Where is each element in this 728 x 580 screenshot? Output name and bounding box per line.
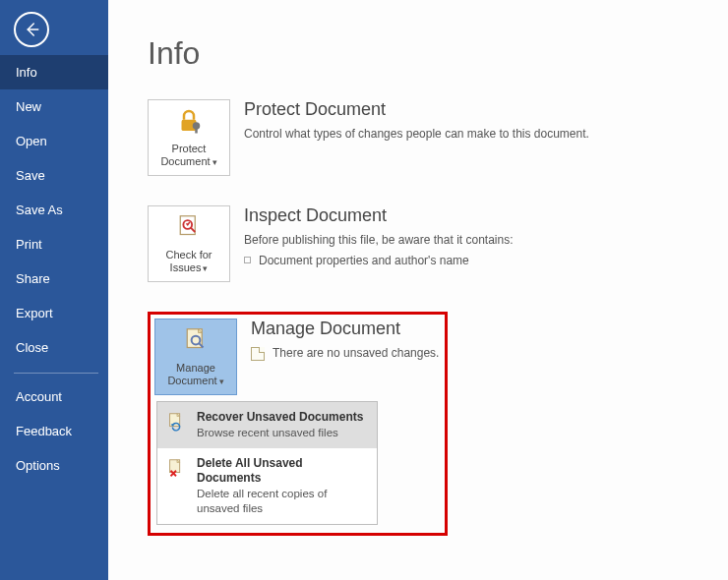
manage-status-row: There are no unsaved changes. — [251, 345, 441, 362]
sidebar-item-label: Account — [16, 389, 62, 404]
back-button[interactable] — [14, 12, 49, 47]
sidebar-item-label: Info — [16, 65, 37, 80]
sidebar: Info New Open Save Save As Print Share E… — [0, 0, 108, 580]
inspect-bullet-row: Document properties and author's name — [244, 253, 693, 269]
section-text-inspect-intro: Before publishing this file, be aware th… — [244, 232, 693, 249]
sidebar-item-label: Close — [16, 340, 48, 355]
tile-label: Protect Document — [160, 143, 210, 168]
section-protect: Protect Document▾ Protect Document Contr… — [148, 99, 693, 176]
menu-item-delete-unsaved[interactable]: Delete All Unsaved Documents Delete all … — [157, 448, 377, 524]
sidebar-item-label: Save As — [16, 203, 63, 217]
document-search-icon — [181, 319, 211, 362]
chevron-down-icon: ▾ — [212, 157, 217, 167]
main-panel: Info Protect Document▾ Protect Document … — [108, 0, 728, 580]
document-icon — [251, 347, 265, 361]
sidebar-item-share[interactable]: Share — [0, 261, 108, 296]
sidebar-item-save-as[interactable]: Save As — [0, 193, 108, 227]
sidebar-item-label: Open — [16, 134, 47, 148]
chevron-down-icon: ▾ — [203, 263, 208, 273]
sidebar-item-label: Options — [16, 458, 60, 473]
sidebar-item-open[interactable]: Open — [0, 124, 108, 158]
recover-icon — [165, 410, 187, 434]
sidebar-item-options[interactable]: Options — [0, 448, 108, 483]
section-inspect: Check for Issues▾ Inspect Document Befor… — [148, 205, 693, 282]
manage-document-menu: Recover Unsaved Documents Browse recent … — [156, 401, 378, 525]
manage-document-button[interactable]: Manage Document▾ — [154, 319, 237, 395]
lock-icon — [174, 100, 204, 143]
chevron-down-icon: ▾ — [219, 377, 224, 386]
menu-item-title: Recover Unsaved Documents — [197, 410, 363, 426]
check-for-issues-button[interactable]: Check for Issues▾ — [148, 205, 230, 282]
sidebar-item-label: Save — [16, 168, 45, 183]
sidebar-item-account[interactable]: Account — [0, 379, 108, 414]
svg-rect-3 — [195, 129, 198, 134]
section-heading-protect: Protect Document — [244, 99, 693, 120]
sidebar-divider — [14, 373, 98, 374]
menu-item-recover-unsaved[interactable]: Recover Unsaved Documents Browse recent … — [157, 402, 377, 448]
section-heading-manage: Manage Document — [251, 319, 441, 339]
sidebar-item-print[interactable]: Print — [0, 227, 108, 261]
bullet-icon — [244, 257, 251, 263]
section-manage: Manage Document▾ Manage Document There a… — [154, 319, 441, 395]
arrow-left-icon — [23, 21, 40, 38]
protect-document-button[interactable]: Protect Document▾ — [148, 99, 230, 176]
sidebar-item-close[interactable]: Close — [0, 330, 108, 365]
sidebar-item-label: Export — [16, 306, 53, 320]
section-heading-inspect: Inspect Document — [244, 205, 693, 226]
menu-item-title: Delete All Unsaved Documents — [197, 456, 367, 487]
sidebar-item-export[interactable]: Export — [0, 296, 108, 330]
sidebar-item-new[interactable]: New — [0, 89, 108, 124]
section-text-protect: Control what types of changes people can… — [244, 126, 693, 143]
sidebar-item-save[interactable]: Save — [0, 158, 108, 193]
sidebar-item-feedback[interactable]: Feedback — [0, 414, 108, 448]
sidebar-item-label: Share — [16, 271, 50, 286]
highlight-box: Manage Document▾ Manage Document There a… — [148, 312, 448, 536]
delete-doc-icon — [165, 456, 187, 480]
sidebar-item-label: New — [16, 99, 41, 114]
menu-item-subtitle: Browse recent unsaved files — [197, 426, 363, 440]
sidebar-item-label: Feedback — [16, 424, 72, 438]
inspect-bullet-text: Document properties and author's name — [259, 253, 469, 269]
sidebar-item-label: Print — [16, 237, 42, 252]
tile-label: Manage Document — [167, 362, 216, 387]
inspect-icon — [174, 206, 204, 249]
page-title: Info — [148, 35, 693, 72]
menu-item-subtitle: Delete all recent copies of unsaved file… — [197, 487, 367, 516]
backstage-root: Info New Open Save Save As Print Share E… — [0, 0, 728, 580]
sidebar-item-info[interactable]: Info — [0, 55, 108, 89]
manage-status-text: There are no unsaved changes. — [273, 345, 439, 362]
